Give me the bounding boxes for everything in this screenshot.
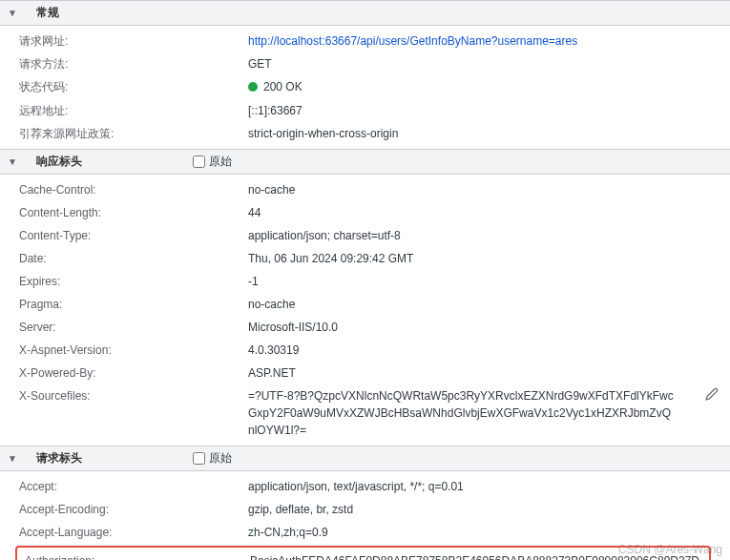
request-title: 请求标头: [36, 450, 82, 467]
value-remote-address: [::1]:63667: [248, 102, 730, 119]
row-accept-encoding: Accept-Encoding:gzip, deflate, br, zstd: [0, 498, 730, 521]
general-section-header[interactable]: ▼ 常规: [0, 0, 730, 26]
response-title: 响应标头: [36, 154, 82, 170]
raw-checkbox[interactable]: [193, 156, 205, 168]
watermark: CSDN @Ares-Wang: [618, 543, 722, 556]
row-pragma: Pragma:no-cache: [0, 293, 730, 316]
value-status-code: 200 OK: [248, 78, 730, 96]
expand-triangle-icon: ▼: [8, 8, 17, 18]
authorization-highlight: Authorization: BasicAuthFEDA46FAF0D88ABE…: [15, 546, 711, 560]
label-referrer-policy: 引荐来源网址政策:: [19, 125, 248, 142]
row-content-length: Content-Length:44: [0, 201, 730, 224]
row-cache-control: Cache-Control:no-cache: [0, 178, 730, 201]
row-x-aspnet-version: X-Aspnet-Version:4.0.30319: [0, 339, 730, 362]
row-server: Server:Microsoft-IIS/10.0: [0, 316, 730, 339]
row-request-method: 请求方法: GET: [0, 52, 730, 75]
row-content-type: Content-Type:application/json; charset=u…: [0, 224, 730, 247]
row-x-sourcefiles: X-Sourcefiles: =?UTF-8?B?QzpcVXNlcnNcQWR…: [0, 384, 730, 442]
label-status-code: 状态代码:: [19, 78, 248, 95]
status-dot-icon: [248, 82, 258, 92]
response-rows: Cache-Control:no-cache Content-Length:44…: [0, 175, 730, 446]
row-request-url: 请求网址: http://localhost:63667/api/users/G…: [0, 30, 730, 52]
label-request-url: 请求网址:: [19, 32, 248, 50]
edit-icon[interactable]: [705, 387, 730, 405]
request-raw-toggle[interactable]: 原始: [193, 450, 232, 467]
row-date: Date:Thu, 06 Jun 2024 09:29:42 GMT: [0, 247, 730, 270]
row-referrer-policy: 引荐来源网址政策: strict-origin-when-cross-origi…: [0, 122, 730, 145]
expand-triangle-icon: ▼: [8, 453, 17, 464]
raw-checkbox[interactable]: [193, 452, 205, 465]
row-authorization: Authorization: BasicAuthFEDA46FAF0D88ABE…: [21, 550, 705, 560]
raw-label: 原始: [209, 450, 232, 467]
response-section-header[interactable]: ▼ 响应标头 原始: [0, 149, 730, 175]
label-remote-address: 远程地址:: [19, 102, 248, 119]
raw-label: 原始: [209, 154, 232, 170]
expand-triangle-icon: ▼: [8, 156, 17, 167]
row-remote-address: 远程地址: [::1]:63667: [0, 99, 730, 122]
row-accept: Accept:application/json, text/javascript…: [0, 475, 730, 498]
value-referrer-policy: strict-origin-when-cross-origin: [248, 125, 730, 142]
row-expires: Expires:-1: [0, 270, 730, 293]
row-accept-language: Accept-Language:zh-CN,zh;q=0.9: [0, 521, 730, 544]
value-request-method: GET: [248, 55, 730, 73]
response-raw-toggle[interactable]: 原始: [193, 154, 232, 170]
row-status-code: 状态代码: 200 OK: [0, 75, 730, 99]
value-request-url[interactable]: http://localhost:63667/api/users/GetInfo…: [248, 32, 730, 50]
general-title: 常规: [36, 5, 59, 21]
request-section-header[interactable]: ▼ 请求标头 原始: [0, 446, 730, 471]
row-x-powered-by: X-Powered-By:ASP.NET: [0, 362, 730, 384]
general-rows: 请求网址: http://localhost:63667/api/users/G…: [0, 26, 730, 149]
label-request-method: 请求方法:: [19, 55, 248, 73]
